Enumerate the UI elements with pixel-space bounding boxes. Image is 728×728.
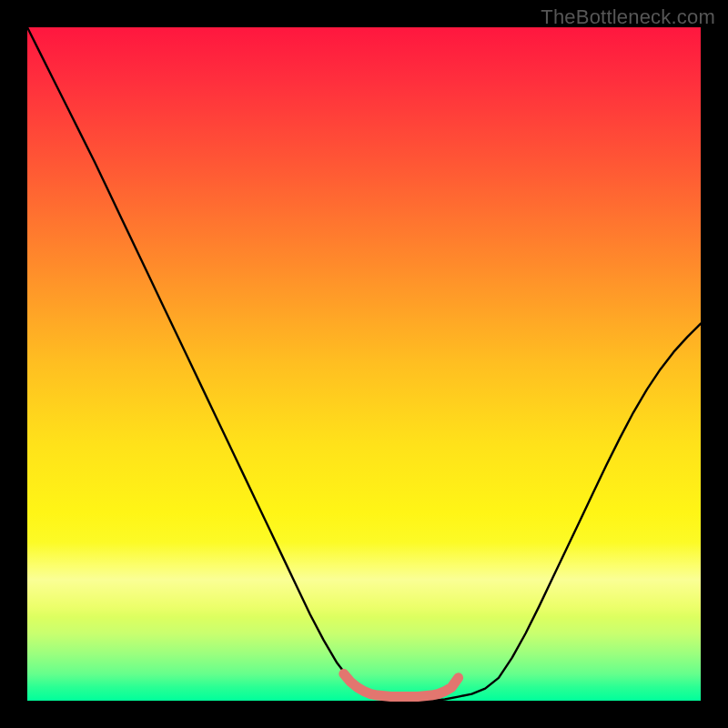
plot-area xyxy=(27,27,701,701)
chart-root: TheBottleneck.com xyxy=(0,0,728,728)
curve-layer xyxy=(27,27,701,701)
main-curve xyxy=(27,27,701,701)
highlight-bump xyxy=(344,673,459,696)
watermark-label: TheBottleneck.com xyxy=(541,5,715,29)
